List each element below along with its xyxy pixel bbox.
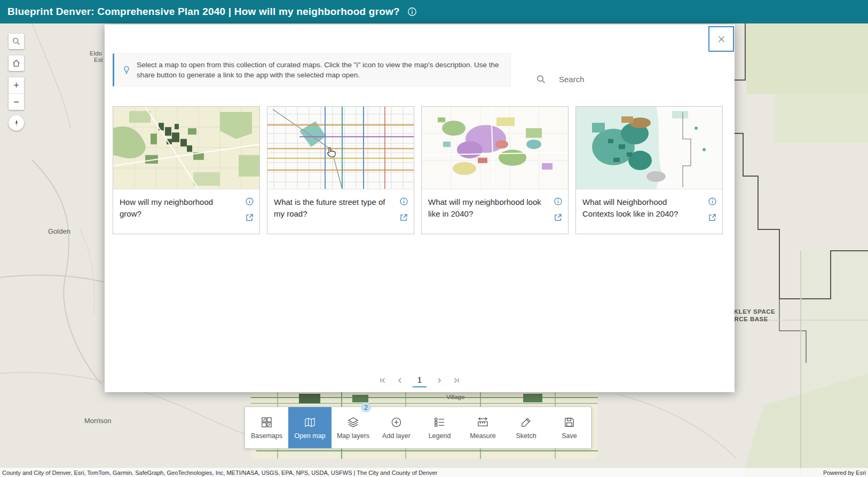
first-page-button[interactable]	[378, 376, 387, 385]
toolbar-label: Basemaps	[251, 432, 282, 440]
last-page-button[interactable]	[452, 376, 461, 385]
home-button[interactable]	[9, 55, 24, 71]
info-icon[interactable]	[554, 197, 563, 206]
open-map-dialog: Open map Select a map to open from this …	[105, 25, 735, 392]
app-title: Blueprint Denver: Comprehensive Plan 204…	[7, 6, 400, 18]
map-thumbnail	[267, 107, 414, 189]
toolbar-label: Sketch	[516, 432, 536, 440]
app-window: Eldo Est Golden Morrison Village CKLEY S…	[0, 0, 868, 477]
home-icon	[12, 59, 21, 68]
toolbar-save-button[interactable]: Save	[548, 407, 591, 448]
share-icon[interactable]	[554, 213, 563, 222]
compass-icon	[12, 119, 21, 128]
map-card-title: How will my neighborhood grow?	[120, 196, 233, 220]
card-body: What will Neighborhood Contexts look lik…	[576, 189, 722, 220]
map-card[interactable]: What will Neighborhood Contexts look lik…	[575, 106, 723, 234]
add-layer-icon	[390, 416, 403, 428]
current-page[interactable]: 1	[413, 373, 427, 387]
card-body: What is the future street type of my roa…	[267, 189, 414, 220]
powered-by-esri-link[interactable]: Powered by Esri	[823, 470, 866, 476]
info-icon[interactable]	[708, 197, 717, 206]
dialog-notice: Select a map to open from this collectio…	[113, 53, 511, 86]
app-header: Blueprint Denver: Comprehensive Plan 204…	[0, 0, 868, 23]
attribution-bar: County and City of Denver, Esri, TomTom,…	[0, 468, 868, 477]
measure-icon	[477, 416, 489, 428]
toolbar-label: Legend	[429, 432, 451, 440]
map-card[interactable]: How will my neighborhood grow?	[113, 106, 260, 234]
close-icon	[717, 35, 726, 44]
card-body: What will my neighborhood look like in 2…	[422, 189, 568, 220]
previous-page-button[interactable]	[396, 376, 404, 385]
toolbar-label: Open map	[294, 432, 325, 440]
map-thumbnail	[422, 107, 568, 189]
map-card[interactable]: What will my neighborhood look like in 2…	[421, 106, 569, 234]
close-dialog-button[interactable]	[708, 26, 734, 52]
toolbar-basemaps-button[interactable]: Basemaps	[245, 407, 288, 448]
info-icon[interactable]	[407, 7, 417, 17]
search-icon	[12, 37, 21, 46]
share-icon[interactable]	[245, 213, 254, 222]
zoom-out-button[interactable]: −	[9, 94, 24, 110]
info-icon[interactable]	[245, 197, 254, 206]
save-icon	[563, 416, 575, 428]
layer-count-badge: 2	[361, 402, 371, 412]
bottom-toolbar: Basemaps Open map 2 Map layers Add layer	[244, 407, 591, 449]
map-card-list: How will my neighborhood grow?	[113, 106, 723, 234]
map-search	[536, 68, 723, 90]
previous-page-icon	[396, 377, 404, 384]
map-thumbnail	[576, 107, 722, 189]
toolbar-legend-button[interactable]: Legend	[418, 407, 461, 448]
search-input[interactable]	[558, 74, 709, 84]
open-map-icon	[304, 416, 316, 428]
map-search-button[interactable]	[9, 34, 24, 49]
map-card-title: What will Neighborhood Contexts look lik…	[582, 196, 696, 220]
toolbar-label: Map layers	[337, 432, 369, 440]
next-page-button[interactable]	[435, 376, 444, 385]
toolbar-label: Add layer	[382, 432, 411, 440]
share-icon[interactable]	[399, 213, 408, 222]
map-card-title: What is the future street type of my roa…	[274, 196, 387, 220]
compass-button[interactable]	[9, 115, 24, 131]
zoom-in-button[interactable]: +	[9, 77, 24, 93]
basemaps-icon	[261, 416, 273, 428]
share-icon[interactable]	[708, 213, 717, 222]
toolbar-label: Save	[562, 432, 577, 440]
map-card-title: What will my neighborhood look like in 2…	[428, 196, 541, 220]
first-page-icon	[379, 377, 386, 384]
toolbar-add-layer-button[interactable]: Add layer	[375, 407, 418, 448]
sketch-icon	[520, 416, 532, 428]
last-page-icon	[453, 377, 460, 384]
map-card[interactable]: What is the future street type of my roa…	[267, 106, 414, 234]
zoom-control: + −	[9, 77, 24, 110]
toolbar-sketch-button[interactable]: Sketch	[504, 407, 548, 448]
next-page-icon	[436, 377, 443, 384]
toolbar-open-map-button[interactable]: Open map	[288, 407, 332, 448]
toolbar-map-layers-button[interactable]: 2 Map layers	[332, 407, 375, 448]
pagination: 1	[105, 372, 735, 388]
notice-text: Select a map to open from this collectio…	[137, 54, 508, 85]
legend-icon	[433, 416, 446, 428]
search-icon	[536, 74, 546, 84]
info-icon[interactable]	[399, 197, 408, 206]
attribution-sources: County and City of Denver, Esri, TomTom,…	[2, 470, 437, 476]
lightbulb-icon	[122, 65, 131, 75]
toolbar-measure-button[interactable]: Measure	[461, 407, 504, 448]
toolbar-label: Measure	[470, 432, 496, 440]
map-layers-icon	[347, 416, 359, 428]
map-thumbnail	[113, 107, 259, 189]
card-body: How will my neighborhood grow?	[113, 189, 259, 220]
